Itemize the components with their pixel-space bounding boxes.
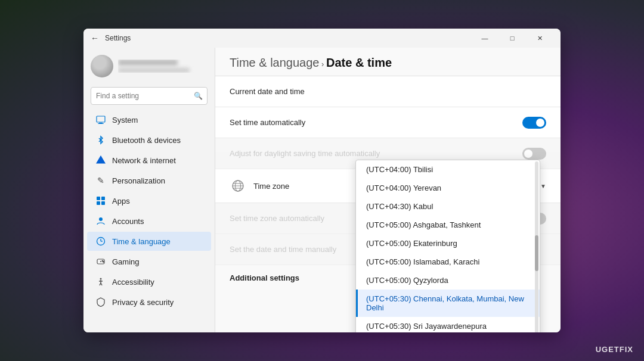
search-input[interactable] [91, 87, 208, 105]
setting-row-current-date: Current date and time [215, 76, 561, 107]
user-info [118, 60, 208, 73]
svg-rect-0 [97, 116, 105, 122]
user-name [118, 60, 178, 66]
sidebar-item-network[interactable]: Network & internet [87, 151, 211, 170]
title-bar: ← Settings — □ ✕ [83, 29, 561, 48]
system-icon [95, 114, 106, 125]
dropdown-scrollbar [535, 161, 538, 332]
svg-point-17 [100, 278, 102, 280]
breadcrumb-separator: › [321, 60, 326, 69]
search-box: 🔍 [91, 87, 208, 105]
personalization-icon: ✎ [95, 175, 106, 186]
setting-row-auto-time: Set time automatically [215, 107, 561, 138]
watermark: UGETFIX [596, 345, 633, 354]
svg-rect-4 [97, 197, 100, 200]
sidebar-label-accounts: Accounts [112, 217, 144, 226]
dropdown-item-kabul[interactable]: (UTC+04:30) Kabul [356, 197, 540, 216]
breadcrumb: Time & language › Date & time [230, 60, 392, 69]
accessibility-icon [95, 276, 106, 287]
svg-line-21 [101, 283, 102, 285]
search-icon: 🔍 [194, 92, 203, 100]
sidebar-item-bluetooth[interactable]: Bluetooth & devices [87, 130, 211, 150]
time-icon [95, 236, 106, 247]
svg-point-8 [99, 217, 103, 221]
svg-point-16 [103, 262, 104, 263]
auto-time-toggle[interactable] [522, 117, 546, 129]
settings-window: ← Settings — □ ✕ 🔍 [83, 29, 561, 332]
sidebar-item-time[interactable]: Time & language [87, 232, 211, 251]
sidebar-item-system[interactable]: System [87, 110, 211, 129]
timezone-icon-wrap [230, 178, 246, 194]
sidebar-label-time: Time & language [112, 237, 171, 246]
avatar-image [91, 55, 113, 77]
dropdown-scrollbar-thumb[interactable] [535, 235, 538, 271]
sidebar-label-system: System [112, 116, 138, 125]
globe-icon [231, 179, 244, 192]
dropdown-item-qyzylorda[interactable]: (UTC+05:00) Qyzylorda [356, 271, 540, 290]
toggle-knob-daylight [524, 150, 532, 158]
dropdown-item-islamabad[interactable]: (UTC+05:00) Islamabad, Karachi [356, 253, 540, 271]
back-button[interactable]: ← [91, 33, 99, 43]
svg-rect-7 [101, 201, 105, 205]
sidebar: 🔍 System Bluetooth & devices Network [83, 48, 215, 332]
apps-icon [95, 195, 106, 206]
avatar [91, 55, 113, 77]
main-content: Time & language › Date & time Current da… [215, 48, 561, 332]
close-button[interactable]: ✕ [526, 29, 553, 48]
breadcrumb-parent: Time & language [230, 56, 319, 69]
window-title: Settings [105, 34, 471, 42]
user-profile [83, 50, 215, 85]
page-header: Time & language › Date & time [215, 48, 561, 76]
sidebar-item-apps[interactable]: Apps [87, 191, 211, 210]
bluetooth-icon [95, 135, 106, 145]
sidebar-label-accessibility: Accessibility [112, 278, 154, 287]
dropdown-item-yerevan[interactable]: (UTC+04:00) Yerevan [356, 179, 540, 197]
svg-rect-5 [101, 197, 105, 200]
sidebar-label-bluetooth: Bluetooth & devices [112, 136, 181, 145]
sidebar-label-apps: Apps [112, 197, 130, 206]
user-email [118, 68, 190, 73]
breadcrumb-current: Date & time [326, 56, 392, 69]
dropdown-item-chennai[interactable]: (UTC+05:30) Chennai, Kolkata, Mumbai, Ne… [356, 290, 540, 317]
sidebar-item-accounts[interactable]: Accounts [87, 211, 211, 231]
additional-settings-label: Additional settings [230, 273, 299, 282]
sidebar-label-personalization: Personalization [112, 176, 165, 185]
timezone-dropdown[interactable]: (UTC+04:00) Tbilisi (UTC+04:00) Yerevan … [355, 160, 540, 332]
setting-label-daylight: Adjust for daylight saving time automati… [230, 149, 522, 158]
network-icon [95, 155, 106, 166]
svg-marker-3 [97, 156, 105, 163]
dropdown-item-tbilisi[interactable]: (UTC+04:00) Tbilisi [356, 160, 540, 179]
dropdown-item-sri[interactable]: (UTC+05:30) Sri Jayawardenepura [356, 317, 540, 332]
accounts-icon [95, 216, 106, 226]
toggle-knob [536, 119, 544, 127]
sidebar-item-personalization[interactable]: ✎ Personalization [87, 171, 211, 190]
daylight-toggle[interactable] [522, 148, 546, 160]
gaming-icon [95, 256, 106, 267]
minimize-button[interactable]: — [471, 29, 499, 48]
window-controls: — □ ✕ [471, 29, 553, 48]
maximize-button[interactable]: □ [499, 29, 526, 48]
svg-rect-2 [98, 123, 104, 124]
sidebar-item-privacy[interactable]: Privacy & security [87, 292, 211, 312]
window-body: 🔍 System Bluetooth & devices Network [83, 48, 561, 332]
dropdown-item-ekaterinburg[interactable]: (UTC+05:00) Ekaterinburg [356, 234, 540, 253]
sidebar-label-privacy: Privacy & security [112, 298, 174, 307]
sidebar-item-gaming[interactable]: Gaming [87, 252, 211, 271]
privacy-icon [95, 297, 106, 307]
settings-list: Current date and time Set time automatic… [215, 76, 561, 332]
sidebar-label-network: Network & internet [112, 156, 176, 165]
sidebar-item-accessibility[interactable]: Accessibility [87, 272, 211, 291]
setting-label-current-date: Current date and time [230, 87, 546, 96]
chevron-down-icon: ▼ [540, 183, 546, 189]
dropdown-item-ashgabat[interactable]: (UTC+05:00) Ashgabat, Tashkent [356, 216, 540, 234]
svg-rect-6 [97, 201, 100, 205]
setting-label-auto-time: Set time automatically [230, 118, 522, 127]
sidebar-label-gaming: Gaming [112, 257, 140, 266]
